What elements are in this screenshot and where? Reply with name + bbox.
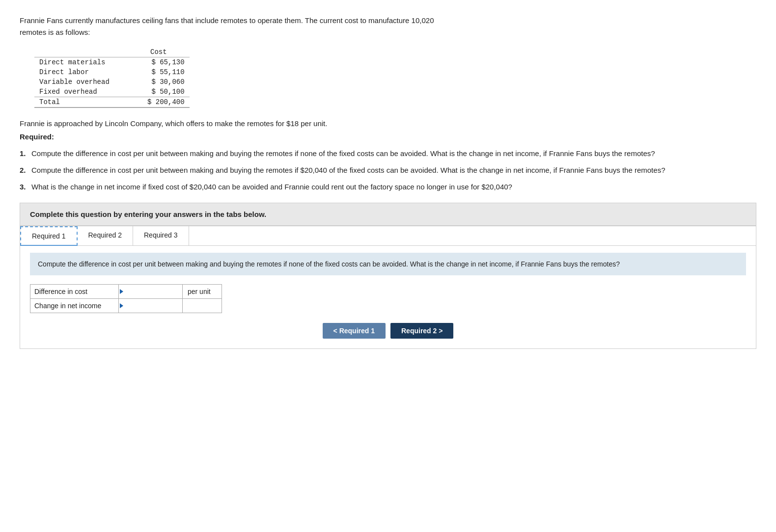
questions-list: 1.Compute the difference in cost per uni… — [20, 148, 756, 193]
cost-label: Fixed overhead — [34, 87, 142, 97]
tab-description: Compute the difference in cost per unit … — [30, 253, 746, 275]
cost-label: Variable overhead — [34, 77, 142, 87]
tab-content-area: Compute the difference in cost per unit … — [20, 246, 756, 348]
list-item: 2.Compute the difference in cost per uni… — [20, 164, 756, 176]
answer-table: Difference in cost per unit Change in ne… — [30, 284, 222, 313]
complete-box-text: Complete this question by entering your … — [30, 210, 266, 218]
total-value: $ 200,400 — [142, 97, 190, 108]
cost-value: $ 65,130 — [142, 57, 190, 68]
cost-value: $ 50,100 — [142, 87, 190, 97]
cost-label: Direct labor — [34, 67, 142, 77]
cost-header: Cost — [142, 47, 190, 57]
question-number: 2. — [20, 164, 28, 176]
next-button[interactable]: Required 2 > — [390, 323, 453, 339]
list-item: 3.What is the change in net income if fi… — [20, 181, 756, 193]
question-text: Compute the difference in cost per unit … — [31, 148, 655, 160]
tabs-container: Required 1Required 2Required 3 Compute t… — [20, 226, 756, 349]
total-label: Total — [34, 97, 142, 108]
cost-table: Cost Direct materials$ 65,130Direct labo… — [34, 47, 190, 108]
list-item: 1.Compute the difference in cost per uni… — [20, 148, 756, 160]
table-row: Direct materials$ 65,130 — [34, 57, 190, 68]
intro-line2: remotes is as follows: — [20, 28, 90, 36]
table-row: Direct labor$ 55,110 — [34, 67, 190, 77]
intro-line1: Frannie Fans currently manufactures ceil… — [20, 16, 434, 25]
tab-required-3[interactable]: Required 3 — [133, 226, 189, 245]
row-label: Difference in cost — [30, 285, 119, 299]
table-row: Difference in cost per unit — [30, 285, 222, 299]
nav-buttons: < Required 1 Required 2 > — [30, 323, 746, 339]
table-row: Fixed overhead$ 50,100 — [34, 87, 190, 97]
tabs-header: Required 1Required 2Required 3 — [20, 226, 756, 246]
tab-required-1[interactable]: Required 1 — [20, 226, 78, 246]
answer-input[interactable] — [119, 299, 182, 313]
required-label: Required: — [20, 133, 756, 141]
answer-input-cell[interactable] — [119, 285, 183, 299]
suffix-cell — [183, 299, 222, 313]
tab-required-2[interactable]: Required 2 — [78, 226, 134, 245]
row-label: Change in net income — [30, 299, 119, 313]
suffix-cell: per unit — [183, 285, 222, 299]
intro-text: Frannie Fans currently manufactures ceil… — [20, 15, 756, 38]
cost-value: $ 55,110 — [142, 67, 190, 77]
answer-input[interactable] — [119, 285, 182, 298]
question-number: 3. — [20, 181, 28, 193]
prev-button[interactable]: < Required 1 — [323, 323, 386, 339]
answer-input-cell[interactable] — [119, 299, 183, 313]
cost-value: $ 30,060 — [142, 77, 190, 87]
table-row: Variable overhead$ 30,060 — [34, 77, 190, 87]
cost-label: Direct materials — [34, 57, 142, 68]
question-number: 1. — [20, 148, 28, 160]
question-text: What is the change in net income if fixe… — [31, 181, 512, 193]
complete-box: Complete this question by entering your … — [20, 203, 756, 226]
question-text: Compute the difference in cost per unit … — [31, 164, 665, 176]
approach-text: Frannie is approached by Lincoln Company… — [20, 118, 756, 130]
table-row: Change in net income — [30, 299, 222, 313]
